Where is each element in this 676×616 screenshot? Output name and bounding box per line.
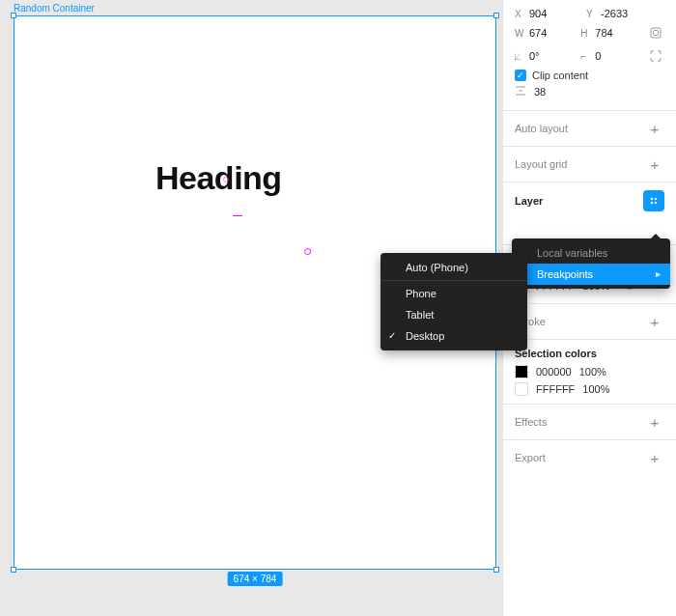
add-export-button[interactable]: +	[645, 448, 664, 467]
annotation-line-icon	[233, 215, 242, 216]
effects-label: Effects	[515, 416, 547, 428]
y-label: Y	[586, 9, 598, 19]
menu-item-tablet[interactable]: Tablet	[380, 304, 527, 325]
vertical-spacing-icon	[515, 85, 528, 98]
transform-section: X 904 Y -2633 W 674 H 784 ⟀ 0	[503, 0, 676, 111]
menu-item-phone[interactable]: Phone	[380, 283, 527, 304]
breakpoints-menu[interactable]: Auto (Phone) Phone Tablet Desktop	[380, 253, 527, 350]
svg-rect-0	[651, 28, 661, 38]
menu-item-desktop[interactable]: Desktop	[380, 325, 527, 347]
export-label: Export	[515, 452, 546, 463]
add-stroke-button[interactable]: +	[645, 312, 664, 331]
stroke-section[interactable]: Stroke +	[503, 304, 676, 340]
variables-menu[interactable]: Local variables Breakpoints	[512, 238, 670, 289]
selection-color-opacity: 100%	[582, 383, 609, 395]
heading-text: Heading	[155, 159, 282, 197]
selection-color-row[interactable]: FFFFFF 100%	[515, 382, 664, 396]
menu-item-auto-phone[interactable]: Auto (Phone)	[380, 257, 527, 278]
auto-layout-label: Auto layout	[515, 123, 568, 134]
menu-item-local-variables[interactable]: Local variables	[512, 242, 670, 264]
svg-rect-1	[653, 31, 658, 36]
svg-point-2	[651, 198, 653, 200]
clip-content-label: Clip content	[532, 70, 588, 81]
y-field[interactable]: Y -2633	[586, 8, 652, 19]
independent-corners-icon[interactable]	[647, 46, 664, 66]
dimensions-badge: 674 × 784	[228, 572, 283, 586]
selection-colors-section: Selection colors 000000 100% FFFFFF 100%	[503, 340, 676, 405]
resize-handle-tr[interactable]	[493, 13, 499, 18]
annotation-circle-icon	[304, 248, 311, 255]
h-value: 784	[595, 27, 612, 39]
svg-point-4	[651, 202, 653, 204]
w-value: 674	[529, 27, 547, 39]
y-value: -2633	[601, 8, 628, 19]
clip-content-row[interactable]: ✓ Clip content	[515, 70, 664, 81]
x-label: X	[515, 9, 526, 19]
corner-radius-field[interactable]: ⌐ 0	[580, 50, 640, 62]
selection-color-row[interactable]: 000000 100%	[515, 365, 664, 378]
layout-grid-section[interactable]: Layout grid +	[503, 147, 676, 182]
add-layout-grid-button[interactable]: +	[645, 154, 664, 174]
w-field[interactable]: W 674	[515, 27, 575, 39]
corner-radius-value: 0	[595, 50, 601, 62]
x-value: 904	[529, 8, 547, 19]
layer-title: Layer	[515, 195, 543, 207]
auto-layout-section[interactable]: Auto layout +	[503, 111, 676, 147]
vertical-spacing-value: 38	[534, 86, 546, 98]
effects-section[interactable]: Effects +	[503, 405, 676, 440]
frame-label: Random Container	[14, 3, 95, 14]
rotation-icon: ⟀	[515, 51, 526, 62]
vertical-spacing-field[interactable]: 38	[515, 85, 664, 98]
export-section[interactable]: Export +	[503, 440, 676, 475]
layout-grid-label: Layout grid	[515, 158, 567, 170]
menu-separator	[380, 280, 527, 281]
selection-color-swatch[interactable]	[515, 382, 528, 396]
selection-color-hex: 000000	[536, 366, 572, 378]
layer-style-button[interactable]	[643, 190, 664, 211]
selection-color-swatch[interactable]	[515, 365, 528, 378]
selection-color-hex: FFFFFF	[536, 383, 575, 395]
rotation-value: 0°	[529, 50, 540, 62]
menu-arrow-icon	[651, 234, 661, 238]
rotation-field[interactable]: ⟀ 0°	[515, 50, 575, 62]
h-field[interactable]: H 784	[580, 27, 640, 39]
svg-point-3	[655, 198, 657, 200]
resize-handle-br[interactable]	[493, 567, 499, 573]
w-label: W	[515, 28, 526, 39]
corner-radius-icon: ⌐	[580, 51, 592, 62]
clip-content-checkbox[interactable]: ✓	[515, 70, 526, 81]
inspector-panel: X 904 Y -2633 W 674 H 784 ⟀ 0	[502, 0, 676, 616]
x-field[interactable]: X 904	[515, 8, 580, 19]
constrain-proportions-icon[interactable]	[647, 23, 664, 42]
add-auto-layout-button[interactable]: +	[645, 119, 664, 138]
resize-handle-bl[interactable]	[11, 567, 16, 573]
svg-point-5	[655, 202, 657, 204]
add-effect-button[interactable]: +	[645, 412, 664, 432]
h-label: H	[580, 28, 592, 39]
resize-handle-tl[interactable]	[11, 13, 16, 18]
menu-item-breakpoints[interactable]: Breakpoints	[512, 264, 670, 285]
selection-color-opacity: 100%	[579, 366, 606, 378]
annotation-dot-icon	[223, 177, 229, 182]
selection-colors-title: Selection colors	[515, 348, 664, 359]
